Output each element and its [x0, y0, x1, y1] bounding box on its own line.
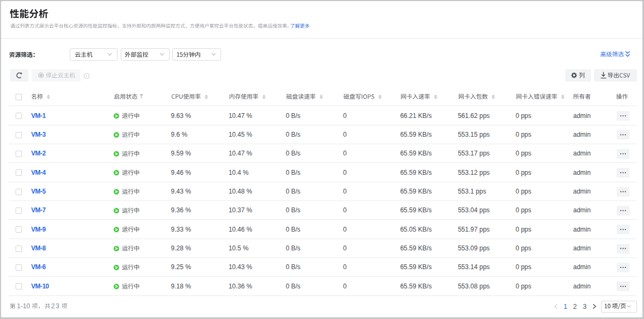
- svg-text:3: 3: [583, 302, 587, 310]
- svg-text:0 pps: 0 pps: [516, 283, 531, 290]
- svg-text:0 B/s: 0 B/s: [286, 226, 301, 233]
- svg-text:0 B/s: 0 B/s: [286, 206, 301, 214]
- svg-text:0 B/s: 0 B/s: [286, 244, 301, 252]
- svg-text:9.43 %: 9.43 %: [171, 188, 192, 195]
- svg-text:9.59 %: 9.59 %: [171, 150, 192, 157]
- svg-text:65.59 KB/s: 65.59 KB/s: [400, 283, 432, 290]
- svg-text:65.59 KB/s: 65.59 KB/s: [400, 131, 432, 138]
- svg-text:10.37 %: 10.37 %: [229, 206, 252, 214]
- svg-text:553.17 pps: 553.17 pps: [458, 150, 489, 157]
- svg-text:0: 0: [343, 131, 347, 138]
- svg-text:0: 0: [343, 150, 347, 157]
- svg-text:VM-5: VM-5: [31, 188, 46, 195]
- svg-text:VM-4: VM-4: [31, 169, 46, 176]
- svg-text:65.59 KB/s: 65.59 KB/s: [400, 263, 432, 271]
- svg-text:0 B/s: 0 B/s: [286, 169, 301, 176]
- svg-text:0 B/s: 0 B/s: [286, 283, 301, 290]
- svg-text:10.43 %: 10.43 %: [229, 263, 252, 271]
- svg-text:0: 0: [343, 169, 347, 176]
- svg-text:65.59 KB/s: 65.59 KB/s: [400, 150, 432, 157]
- svg-text:0: 0: [343, 244, 347, 252]
- svg-text:65.59 KB/s: 65.59 KB/s: [400, 206, 432, 214]
- svg-text:9.36 %: 9.36 %: [171, 206, 192, 214]
- svg-text:0: 0: [343, 206, 347, 214]
- svg-text:0: 0: [343, 112, 347, 120]
- svg-text:10.5 %: 10.5 %: [229, 244, 249, 252]
- svg-text:VM-6: VM-6: [31, 263, 46, 271]
- svg-text:0 pps: 0 pps: [516, 244, 531, 252]
- svg-text:0 pps: 0 pps: [516, 150, 531, 157]
- svg-text:VM-1: VM-1: [31, 112, 46, 120]
- svg-text:admin: admin: [573, 169, 591, 176]
- svg-text:VM-2: VM-2: [31, 150, 46, 157]
- svg-text:admin: admin: [573, 206, 591, 214]
- svg-text:9.33 %: 9.33 %: [171, 226, 192, 233]
- svg-text:65.05 KB/s: 65.05 KB/s: [400, 226, 432, 233]
- svg-text:9.6 %: 9.6 %: [171, 131, 188, 138]
- svg-text:2: 2: [573, 302, 577, 310]
- svg-text:553.04 pps: 553.04 pps: [458, 206, 489, 214]
- svg-text:551.97 pps: 551.97 pps: [458, 226, 489, 233]
- svg-text:VM-9: VM-9: [31, 226, 46, 233]
- svg-text:0 pps: 0 pps: [516, 169, 531, 176]
- svg-text:VM-3: VM-3: [31, 131, 46, 138]
- svg-text:1: 1: [564, 302, 567, 310]
- svg-text:0 B/s: 0 B/s: [286, 131, 301, 138]
- svg-text:0 B/s: 0 B/s: [286, 112, 301, 120]
- svg-text:admin: admin: [573, 112, 591, 120]
- svg-text:admin: admin: [573, 131, 591, 138]
- svg-text:65.59 KB/s: 65.59 KB/s: [400, 188, 432, 195]
- svg-text:VM-10: VM-10: [31, 283, 49, 290]
- svg-text:10.46 %: 10.46 %: [229, 226, 252, 233]
- svg-text:553.09 pps: 553.09 pps: [458, 244, 489, 252]
- svg-text:553.12 pps: 553.12 pps: [458, 169, 489, 176]
- svg-text:10.4 %: 10.4 %: [229, 169, 249, 176]
- svg-text:admin: admin: [573, 188, 591, 195]
- svg-text:561.62 pps: 561.62 pps: [458, 112, 489, 120]
- svg-text:66.21 KB/s: 66.21 KB/s: [400, 112, 432, 120]
- svg-text:0 B/s: 0 B/s: [286, 150, 301, 157]
- svg-text:9.18 %: 9.18 %: [171, 283, 192, 290]
- svg-text:VM-8: VM-8: [31, 244, 46, 252]
- svg-text:0 pps: 0 pps: [516, 226, 531, 233]
- svg-text:10.36 %: 10.36 %: [229, 283, 252, 290]
- svg-text:0 pps: 0 pps: [516, 131, 531, 138]
- svg-text:0 pps: 0 pps: [516, 112, 531, 120]
- svg-text:9.63 %: 9.63 %: [171, 112, 192, 120]
- svg-text:0 pps: 0 pps: [516, 206, 531, 214]
- svg-text:0 pps: 0 pps: [516, 263, 531, 271]
- svg-text:admin: admin: [573, 283, 591, 290]
- svg-text:0: 0: [343, 283, 347, 290]
- svg-text:65.59 KB/s: 65.59 KB/s: [400, 169, 432, 176]
- svg-text:9.46 %: 9.46 %: [171, 169, 192, 176]
- svg-text:10.47 %: 10.47 %: [229, 112, 252, 120]
- svg-text:0 pps: 0 pps: [516, 188, 531, 195]
- svg-text:admin: admin: [573, 226, 591, 233]
- svg-text:10.45 %: 10.45 %: [229, 131, 252, 138]
- svg-text:10.47 %: 10.47 %: [229, 150, 252, 157]
- svg-text:553.14 pps: 553.14 pps: [458, 263, 489, 271]
- svg-text:admin: admin: [573, 150, 591, 157]
- svg-text:9.28 %: 9.28 %: [171, 244, 192, 252]
- svg-text:1-10: 1-10: [17, 302, 31, 310]
- svg-text:23: 23: [51, 302, 60, 310]
- svg-text:admin: admin: [573, 263, 591, 271]
- svg-text:553.08 pps: 553.08 pps: [458, 283, 489, 290]
- svg-text:VM-7: VM-7: [31, 206, 46, 214]
- svg-text:65.59 KB/s: 65.59 KB/s: [400, 244, 432, 252]
- svg-text:0: 0: [343, 226, 347, 233]
- svg-text:0 B/s: 0 B/s: [286, 188, 301, 195]
- svg-text:10.48 %: 10.48 %: [229, 188, 252, 195]
- svg-text:553.15 pps: 553.15 pps: [458, 131, 489, 138]
- svg-text:553.1 pps: 553.1 pps: [458, 188, 486, 195]
- svg-text:0 B/s: 0 B/s: [286, 263, 301, 271]
- svg-text:0: 0: [343, 263, 347, 271]
- svg-text:admin: admin: [573, 244, 591, 252]
- svg-text:9.25 %: 9.25 %: [171, 263, 192, 271]
- svg-text:0: 0: [343, 188, 347, 195]
